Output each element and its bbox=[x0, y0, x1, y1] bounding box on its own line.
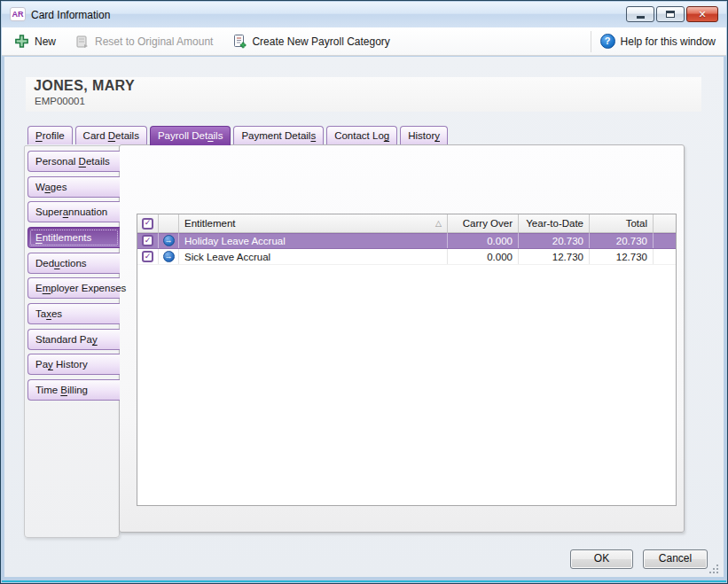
tab-payment-details[interactable]: Payment Details bbox=[233, 126, 324, 144]
close-button[interactable]: ✕ bbox=[686, 6, 718, 22]
maximize-icon bbox=[666, 11, 675, 18]
sidebar-item-personal-details[interactable]: Personal Details bbox=[27, 151, 120, 172]
employee-header: JONES, MARY EMP00001 bbox=[26, 77, 701, 112]
cancel-button[interactable]: Cancel bbox=[643, 549, 708, 569]
spacer-cell bbox=[654, 249, 676, 264]
tab-profile[interactable]: Profile bbox=[27, 126, 73, 144]
dialog-body: JONES, MARY EMP00001 Profile Card Detail… bbox=[4, 57, 724, 577]
table-empty-area bbox=[137, 265, 676, 505]
detail-column-header bbox=[159, 214, 179, 232]
check-icon: ✓ bbox=[145, 253, 152, 261]
entitlement-header-label: Entitlement bbox=[184, 218, 236, 229]
reset-to-original-amount-button[interactable]: Reset to Original Amount bbox=[75, 35, 213, 49]
sidebar-item-standard-pay[interactable]: Standard Pay bbox=[27, 329, 120, 350]
sidebar-item-wages[interactable]: Wages bbox=[27, 176, 120, 198]
total-column-header[interactable]: Total bbox=[590, 214, 654, 232]
entitlement-cell: Holiday Leave Accrual bbox=[179, 233, 448, 248]
table-header-row: ✓ Entitlement △ Carry Over Year-to-Date … bbox=[137, 214, 676, 233]
sidebar-item-employer-expenses[interactable]: Employer Expenses bbox=[27, 277, 120, 299]
carry-over-cell: 0.000 bbox=[448, 233, 519, 248]
help-label: Help for this window bbox=[621, 35, 716, 48]
tab-history[interactable]: History bbox=[400, 126, 448, 144]
reset-label: Reset to Original Amount bbox=[95, 35, 213, 48]
sidebar-item-superannuation[interactable]: Superannuation bbox=[27, 201, 120, 222]
card-tabs: Profile Card Details Payroll Details Pay… bbox=[27, 126, 448, 145]
check-icon: ✓ bbox=[145, 219, 152, 227]
total-cell: 12.730 bbox=[590, 249, 654, 264]
minimize-icon bbox=[637, 16, 645, 19]
tab-card-details[interactable]: Card Details bbox=[75, 126, 147, 144]
year-to-date-column-header[interactable]: Year-to-Date bbox=[519, 214, 590, 232]
close-icon: ✕ bbox=[698, 9, 706, 20]
year-to-date-cell: 20.730 bbox=[519, 233, 590, 248]
app-icon: AR bbox=[10, 7, 26, 21]
select-all-header[interactable]: ✓ bbox=[137, 214, 159, 232]
window-title: Card Information bbox=[31, 9, 110, 21]
entitlements-table: ✓ Entitlement △ Carry Over Year-to-Date … bbox=[137, 214, 677, 506]
new-button[interactable]: New bbox=[14, 34, 56, 49]
ok-button[interactable]: OK bbox=[570, 549, 633, 569]
detail-arrow-icon[interactable]: → bbox=[163, 251, 175, 262]
sidebar-item-pay-history[interactable]: Pay History bbox=[27, 354, 120, 375]
sort-ascending-icon: △ bbox=[435, 219, 442, 228]
entitlement-cell: Sick Leave Accrual bbox=[179, 249, 448, 264]
resize-grip[interactable] bbox=[708, 564, 720, 575]
help-button[interactable]: ? Help for this window bbox=[600, 34, 716, 49]
sidebar-item-deductions[interactable]: Deductions bbox=[27, 253, 120, 274]
total-cell: 20.730 bbox=[590, 233, 654, 248]
create-new-payroll-category-button[interactable]: Create New Payroll Category bbox=[232, 34, 389, 49]
sidebar-item-entitlements[interactable]: Entitlements bbox=[27, 227, 120, 248]
help-icon: ? bbox=[600, 34, 615, 49]
carry-over-column-header[interactable]: Carry Over bbox=[448, 214, 519, 232]
employee-id: EMP00001 bbox=[35, 96, 85, 106]
reset-icon bbox=[75, 35, 90, 49]
entitlement-column-header[interactable]: Entitlement △ bbox=[179, 214, 448, 232]
row-checkbox[interactable]: ✓ bbox=[142, 235, 153, 246]
sidebar-item-taxes[interactable]: Taxes bbox=[27, 303, 120, 324]
sidebar-item-time-billing[interactable]: Time Billing bbox=[27, 379, 120, 401]
maximize-button[interactable] bbox=[656, 6, 685, 22]
new-label: New bbox=[35, 35, 56, 48]
year-to-date-cell: 12.730 bbox=[519, 249, 590, 264]
toolbar: New Reset to Original Amount Create New … bbox=[2, 27, 726, 56]
payroll-sidebar: Personal Details Wages Superannuation En… bbox=[27, 151, 120, 404]
table-row-sick-leave-accrual[interactable]: ✓ → Sick Leave Accrual 0.000 12.730 12.7… bbox=[137, 249, 676, 265]
select-all-checkbox[interactable]: ✓ bbox=[142, 218, 153, 230]
titlebar[interactable]: AR Card Information ✕ bbox=[2, 2, 726, 27]
minimize-button[interactable] bbox=[626, 6, 654, 22]
tab-contact-log[interactable]: Contact Log bbox=[326, 126, 397, 144]
spacer-cell bbox=[654, 233, 676, 248]
table-row-holiday-leave-accrual[interactable]: ✓ → Holiday Leave Accrual 0.000 20.730 2… bbox=[137, 233, 676, 249]
new-plus-icon bbox=[14, 34, 29, 49]
card-information-window: AR Card Information ✕ New Reset to Origi… bbox=[0, 0, 728, 584]
create-label: Create New Payroll Category bbox=[252, 35, 389, 48]
detail-arrow-icon[interactable]: → bbox=[163, 235, 175, 246]
toolbar-separator bbox=[591, 31, 591, 52]
tab-payroll-details[interactable]: Payroll Details bbox=[150, 126, 231, 145]
employee-name: JONES, MARY bbox=[34, 78, 135, 94]
row-checkbox[interactable]: ✓ bbox=[142, 251, 153, 262]
check-icon: ✓ bbox=[145, 237, 152, 245]
carry-over-cell: 0.000 bbox=[448, 249, 519, 264]
new-document-icon bbox=[232, 34, 247, 49]
spacer-column-header bbox=[654, 214, 676, 232]
